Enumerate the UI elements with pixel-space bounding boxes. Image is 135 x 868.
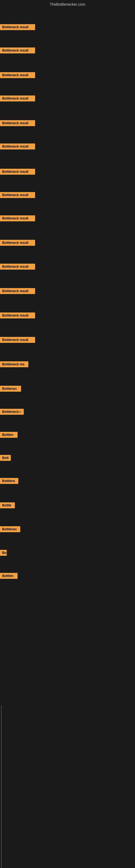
bar-row-4: Bottleneck result: [0, 95, 35, 102]
bar-row-16: Bottlenec: [0, 386, 21, 393]
bar-row-21: Bottle: [0, 502, 15, 509]
bar-row-9: Bottleneck result: [0, 215, 35, 222]
bar-row-12: Bottleneck result: [0, 288, 35, 295]
bar-row-11: Bottleneck result: [0, 264, 35, 271]
bottleneck-bar-3[interactable]: Bottleneck result: [0, 72, 35, 78]
bar-row-20: Bottlens: [0, 478, 18, 485]
bottleneck-bar-20[interactable]: Bottlens: [0, 478, 18, 484]
bottleneck-bar-23[interactable]: Bo: [0, 550, 7, 556]
bottleneck-bar-8[interactable]: Bottleneck result: [0, 192, 35, 198]
bottleneck-bar-9[interactable]: Bottleneck result: [0, 215, 35, 221]
bar-row-5: Bottleneck result: [0, 120, 35, 127]
bottleneck-bar-24[interactable]: Bottlen: [0, 573, 17, 579]
bottleneck-bar-22[interactable]: Bottlenec: [0, 526, 20, 532]
bar-row-22: Bottlenec: [0, 526, 20, 533]
bottleneck-bar-17[interactable]: Bottleneck r: [0, 409, 24, 415]
bottleneck-bar-19[interactable]: Bott: [0, 455, 11, 461]
bottleneck-bar-16[interactable]: Bottlenec: [0, 386, 21, 392]
bars-container: Bottleneck resultBottleneck resultBottle…: [0, 9, 135, 849]
bottleneck-bar-21[interactable]: Bottle: [0, 502, 15, 508]
site-title: TheBottlenecker.com: [0, 0, 135, 9]
bottleneck-bar-7[interactable]: Bottleneck result: [0, 169, 35, 175]
bottleneck-bar-10[interactable]: Bottleneck result: [0, 240, 35, 246]
bottleneck-bar-15[interactable]: Bottleneck res: [0, 361, 28, 367]
bottleneck-bar-5[interactable]: Bottleneck result: [0, 120, 35, 126]
bar-row-15: Bottleneck res: [0, 361, 28, 368]
bar-row-17: Bottleneck r: [0, 409, 24, 416]
vertical-line: [1, 705, 2, 868]
bottleneck-bar-12[interactable]: Bottleneck result: [0, 288, 35, 294]
bottleneck-bar-4[interactable]: Bottleneck result: [0, 95, 35, 101]
bar-row-1: Bottleneck result: [0, 24, 35, 31]
bottleneck-bar-14[interactable]: Bottleneck result: [0, 337, 35, 343]
bar-row-10: Bottleneck result: [0, 240, 35, 247]
bar-row-3: Bottleneck result: [0, 72, 35, 79]
bar-row-7: Bottleneck result: [0, 169, 35, 176]
bottleneck-bar-1[interactable]: Bottleneck result: [0, 24, 35, 30]
bar-row-18: Bottlen: [0, 432, 17, 439]
bottleneck-bar-18[interactable]: Bottlen: [0, 432, 17, 438]
bar-row-2: Bottleneck result: [0, 48, 35, 55]
bottleneck-bar-11[interactable]: Bottleneck result: [0, 264, 35, 270]
bar-row-19: Bott: [0, 455, 11, 462]
bottleneck-bar-13[interactable]: Bottleneck result: [0, 312, 35, 318]
bar-row-14: Bottleneck result: [0, 337, 35, 344]
bottleneck-bar-2[interactable]: Bottleneck result: [0, 48, 35, 54]
bottleneck-bar-6[interactable]: Bottleneck result: [0, 144, 35, 150]
bar-row-23: Bo: [0, 550, 7, 557]
bar-row-13: Bottleneck result: [0, 312, 35, 319]
bar-row-24: Bottlen: [0, 573, 17, 580]
bar-row-6: Bottleneck result: [0, 144, 35, 151]
bar-row-8: Bottleneck result: [0, 192, 35, 199]
